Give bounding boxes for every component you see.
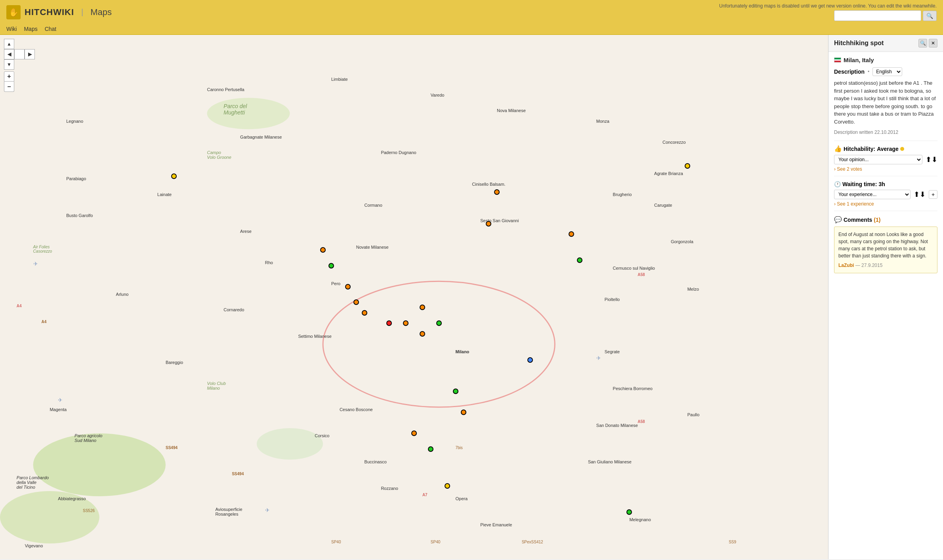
nav-left-button[interactable]: ◀ — [4, 49, 14, 59]
road-layer: A4 A7 A58 A58 A4 SS494 SS494 SS526 SP40 … — [0, 35, 828, 559]
rating-dot-yellow — [900, 147, 904, 151]
close-panel-button[interactable]: ✕ — [929, 39, 937, 48]
description-label: Description — [834, 69, 865, 75]
nav-bar: Wiki Maps Chat — [0, 24, 943, 34]
map-spot-16[interactable] — [527, 357, 533, 363]
svg-point-0 — [33, 433, 166, 496]
map-spot-18[interactable] — [461, 410, 466, 415]
svg-text:A58: A58 — [638, 272, 645, 277]
waiting-title: 🕐 Waiting time: 3h — [834, 181, 937, 187]
site-subtitle: Maps — [90, 7, 112, 17]
svg-text:✈: ✈ — [596, 355, 601, 361]
map-spot-14[interactable] — [569, 231, 574, 237]
map-spot-21[interactable] — [445, 483, 450, 489]
panel-title: Hitchhiking spot — [834, 40, 884, 47]
search-button[interactable]: 🔍 — [923, 11, 937, 21]
nav-chat[interactable]: Chat — [45, 26, 57, 32]
search-area: 🔍 — [834, 10, 937, 21]
location-title: Milan, Italy — [834, 57, 937, 63]
svg-text:SPexSS412: SPexSS412 — [522, 540, 543, 544]
divider-hitchability — [834, 141, 937, 141]
add-experience-button[interactable]: + — [929, 190, 937, 199]
svg-text:A7: A7 — [422, 493, 428, 497]
panel-content: Milan, Italy Description • English Itali… — [828, 52, 943, 281]
map-spot-1[interactable] — [171, 173, 177, 179]
comment-date: — 27.9.2015 — [855, 263, 883, 268]
map-spot-7[interactable] — [386, 320, 392, 326]
experience-link[interactable]: › See 1 experience — [834, 201, 874, 207]
nav-wiki[interactable]: Wiki — [6, 26, 17, 32]
map-spot-15[interactable] — [577, 257, 582, 263]
svg-text:✈: ✈ — [33, 261, 38, 267]
comments-label: Comments — [844, 217, 872, 223]
comment-text: End of August at noon Looks like a good … — [838, 231, 933, 259]
language-select[interactable]: English Italiano Deutsch — [872, 67, 902, 76]
map-spot-20[interactable] — [428, 446, 433, 452]
map-spot-3[interactable] — [328, 263, 334, 269]
svg-text:A4: A4 — [42, 320, 47, 324]
hitchability-stepper[interactable]: ⬆⬇ — [926, 155, 937, 164]
svg-text:SS494: SS494 — [166, 446, 178, 450]
hitchability-section: 👍 Hitchability: Average Your opinion... … — [834, 145, 937, 172]
experience-select[interactable]: Your experience... < 15 min 15–30 min 30… — [834, 190, 911, 199]
map-spot-13[interactable] — [486, 221, 491, 227]
zoom-to-spot-button[interactable]: 🔍 — [918, 39, 927, 48]
map-spot-6[interactable] — [362, 310, 367, 316]
map-spot-23[interactable] — [626, 509, 632, 515]
svg-text:A4: A4 — [17, 304, 22, 308]
map-container[interactable]: A4 A7 A58 A58 A4 SS494 SS494 SS526 SP40 … — [0, 35, 828, 559]
map-spot-19[interactable] — [411, 430, 417, 436]
waiting-label: Waiting time: — [842, 181, 877, 187]
zoom-in-button[interactable]: + — [4, 71, 14, 82]
svg-text:SP40: SP40 — [331, 540, 341, 544]
svg-text:✈: ✈ — [265, 507, 270, 513]
divider-comments — [834, 211, 937, 211]
bullet-separator: • — [868, 69, 869, 74]
map-spot-8[interactable] — [403, 320, 409, 326]
side-panel: Hitchhiking spot 🔍 ✕ Milan, Italy Descri… — [828, 35, 943, 559]
nav-maps[interactable]: Maps — [24, 26, 37, 32]
map-spot-2[interactable] — [320, 247, 326, 253]
map-spot-5[interactable] — [353, 299, 359, 305]
svg-text:SP40: SP40 — [431, 540, 441, 544]
svg-text:SS526: SS526 — [83, 509, 95, 513]
map-spot-10[interactable] — [420, 331, 425, 337]
logo-icon: ✋ — [6, 5, 21, 19]
map-spot-9[interactable] — [420, 305, 425, 310]
map-spot-11[interactable] — [436, 320, 442, 326]
comment-box: End of August at noon Looks like a good … — [834, 227, 937, 273]
nav-center — [14, 49, 25, 59]
svg-point-2 — [207, 98, 290, 129]
panel-actions: 🔍 ✕ — [918, 39, 937, 48]
svg-text:SS494: SS494 — [232, 472, 244, 476]
hitchability-row: Your opinion... Very Good Good Average B… — [834, 155, 937, 164]
zoom-out-button[interactable]: − — [4, 82, 14, 92]
search-input[interactable] — [834, 10, 921, 21]
map-spot-22[interactable] — [685, 163, 690, 169]
votes-link[interactable]: › See 2 votes — [834, 166, 862, 172]
waiting-value: 3h — [878, 181, 885, 187]
svg-text:✈: ✈ — [58, 397, 63, 403]
nav-down-button[interactable]: ▼ — [4, 59, 14, 70]
map-controls: ▲ ◀ ▶ ▼ + − — [4, 39, 35, 92]
comment-attribution: LaZubi — 27.9.2015 — [838, 262, 933, 269]
description-text: petrol station(esso) just before the A1 … — [834, 79, 937, 126]
header: ✋ HITCHWIKI | Maps Unfortunately editing… — [0, 0, 943, 35]
italy-flag — [834, 57, 841, 63]
hitchability-select[interactable]: Your opinion... Very Good Good Average B… — [834, 155, 922, 164]
header-top: ✋ HITCHWIKI | Maps Unfortunately editing… — [0, 0, 943, 24]
map-spot-17[interactable] — [453, 389, 458, 394]
divider-waiting — [834, 176, 937, 176]
svg-text:A58: A58 — [638, 419, 645, 424]
waiting-section: 🕐 Waiting time: 3h Your experience... < … — [834, 181, 937, 207]
description-date: Description written 22.10.2012 — [834, 130, 937, 135]
nav-up-button[interactable]: ▲ — [4, 39, 14, 49]
location-name: Milan, Italy — [844, 57, 874, 63]
experience-stepper[interactable]: ⬆⬇ — [914, 190, 926, 199]
svg-text:SS9: SS9 — [729, 540, 736, 544]
nav-right-button[interactable]: ▶ — [25, 49, 35, 59]
map-spot-4[interactable] — [345, 284, 351, 290]
map-spot-12[interactable] — [494, 189, 500, 195]
logo-area: ✋ HITCHWIKI | Maps — [6, 5, 112, 19]
waiting-row: Your experience... < 15 min 15–30 min 30… — [834, 190, 937, 199]
